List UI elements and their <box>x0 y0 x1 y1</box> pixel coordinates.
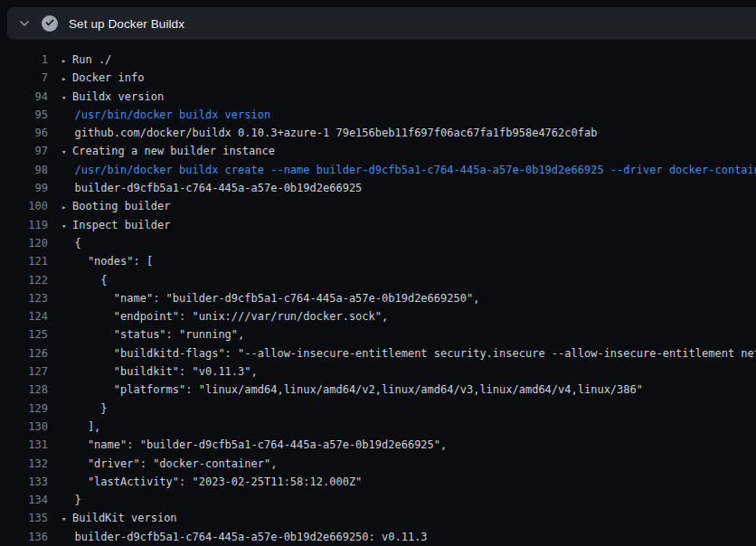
line-number[interactable]: 97 <box>0 142 48 160</box>
step-header[interactable]: Set up Docker Buildx <box>7 7 756 40</box>
expander-icon[interactable]: ▸ <box>61 70 72 87</box>
line-number[interactable]: 127 <box>0 362 48 381</box>
line-number[interactable]: 125 <box>0 325 48 344</box>
line-number[interactable]: 132 <box>0 455 48 473</box>
line-content: ▾BuildKit version <box>48 509 756 527</box>
group-label[interactable]: Inspect builder <box>72 219 170 231</box>
line-number[interactable]: 133 <box>0 473 48 491</box>
line-number[interactable]: 100 <box>0 197 48 215</box>
line-content: ], <box>48 418 756 436</box>
line-content: ▾Inspect builder <box>48 216 756 234</box>
log-line: 97 ▾Creating a new builder instance <box>0 142 756 160</box>
log-line: 121 "nodes": [ <box>0 252 756 270</box>
expander-icon[interactable]: ▸ <box>61 198 72 215</box>
chevron-down-icon[interactable] <box>18 17 31 30</box>
line-content: "lastActivity": "2023-02-25T11:58:12.000… <box>48 473 756 491</box>
line-content: ▾Buildx version <box>48 88 756 106</box>
log-line: 122 { <box>0 271 756 289</box>
line-number[interactable]: 122 <box>0 271 48 289</box>
line-content: } <box>48 400 756 418</box>
line-number[interactable]: 1 <box>0 51 48 69</box>
log-line: 134 } <box>0 491 756 509</box>
log-line: 99 builder-d9cfb5a1-c764-445a-a57e-0b19d… <box>0 179 756 197</box>
log-line: 128 "platforms": "linux/amd64,linux/amd6… <box>0 381 756 399</box>
group-label[interactable]: Creating a new builder instance <box>72 145 275 157</box>
line-content: { <box>48 271 756 289</box>
line-content: "status": "running", <box>48 325 756 344</box>
line-number[interactable]: 95 <box>0 106 48 124</box>
expander-icon[interactable]: ▾ <box>61 510 72 527</box>
log-line: 135 ▾BuildKit version <box>0 509 756 527</box>
line-content: } <box>48 491 756 509</box>
line-number[interactable]: 136 <box>0 528 48 546</box>
line-number[interactable]: 98 <box>0 161 48 179</box>
line-number[interactable]: 124 <box>0 307 48 325</box>
line-content: builder-d9cfb5a1-c764-445a-a57e-0b19d2e6… <box>48 528 756 546</box>
log-line: 126 "buildkitd-flags": "--allow-insecure… <box>0 344 756 362</box>
log-line: 131 "name": "builder-d9cfb5a1-c764-445a-… <box>0 436 756 454</box>
group-label[interactable]: Run ./ <box>72 53 111 66</box>
log-lines: 1 ▸Run ./ 7 ▸Docker info 94 ▾Buildx vers… <box>0 40 756 546</box>
log-line: 96 github.com/docker/buildx 0.10.3+azure… <box>0 124 756 142</box>
line-content: /usr/bin/docker buildx version <box>48 106 756 124</box>
line-number[interactable]: 130 <box>0 418 48 436</box>
group-label[interactable]: Booting builder <box>72 200 170 212</box>
line-content: "buildkitd-flags": "--allow-insecure-ent… <box>48 344 756 362</box>
line-number[interactable]: 126 <box>0 344 48 362</box>
line-number[interactable]: 128 <box>0 381 48 399</box>
log-line: 132 "driver": "docker-container", <box>0 455 756 473</box>
line-number[interactable]: 134 <box>0 491 48 509</box>
log-line: 123 "name": "builder-d9cfb5a1-c764-445a-… <box>0 289 756 307</box>
line-number[interactable]: 135 <box>0 509 48 527</box>
line-content: "driver": "docker-container", <box>48 455 756 473</box>
log-line: 127 "buildkit": "v0.11.3", <box>0 362 756 381</box>
log-line: 125 "status": "running", <box>0 325 756 344</box>
line-number[interactable]: 94 <box>0 88 48 106</box>
line-number[interactable]: 7 <box>0 69 48 87</box>
log-line: 100 ▸Booting builder <box>0 197 756 215</box>
line-content: { <box>48 234 756 252</box>
line-content: ▸Docker info <box>48 69 756 87</box>
line-content: builder-d9cfb5a1-c764-445a-a57e-0b19d2e6… <box>48 179 756 197</box>
line-content: /usr/bin/docker buildx create --name bui… <box>48 161 756 179</box>
log-line: 129 } <box>0 400 756 418</box>
group-label[interactable]: Docker info <box>72 71 144 84</box>
log-line: 98 /usr/bin/docker buildx create --name … <box>0 161 756 179</box>
line-content: "platforms": "linux/amd64,linux/amd64/v2… <box>48 381 756 399</box>
line-number[interactable]: 131 <box>0 436 48 454</box>
expander-icon[interactable]: ▾ <box>61 217 72 234</box>
log-line: 95 /usr/bin/docker buildx version <box>0 106 756 124</box>
line-number[interactable]: 119 <box>0 216 48 234</box>
expander-icon[interactable]: ▾ <box>61 143 72 160</box>
line-content: "nodes": [ <box>48 252 756 270</box>
log-line: 1 ▸Run ./ <box>0 51 756 69</box>
line-content: ▸Run ./ <box>48 51 756 69</box>
group-label[interactable]: Buildx version <box>72 90 164 103</box>
step-title: Set up Docker Buildx <box>69 17 184 31</box>
log-line: 120 { <box>0 234 756 252</box>
log-line: 133 "lastActivity": "2023-02-25T11:58:12… <box>0 473 756 491</box>
log-line: 119 ▾Inspect builder <box>0 216 756 234</box>
line-number[interactable]: 99 <box>0 179 48 197</box>
line-content: "name": "builder-d9cfb5a1-c764-445a-a57e… <box>48 289 756 307</box>
log-line: 130 ], <box>0 418 756 436</box>
line-number[interactable]: 129 <box>0 400 48 418</box>
log-line: 136 builder-d9cfb5a1-c764-445a-a57e-0b19… <box>0 528 756 546</box>
log-line: 7 ▸Docker info <box>0 69 756 87</box>
log-line: 124 "endpoint": "unix:///var/run/docker.… <box>0 307 756 325</box>
line-content: ▸Booting builder <box>48 197 756 215</box>
line-number[interactable]: 121 <box>0 252 48 270</box>
line-number[interactable]: 120 <box>0 234 48 252</box>
line-content: ▾Creating a new builder instance <box>48 142 756 160</box>
line-content: "buildkit": "v0.11.3", <box>48 362 756 381</box>
line-content: github.com/docker/buildx 0.10.3+azure-1 … <box>48 124 756 142</box>
expander-icon[interactable]: ▸ <box>61 52 72 69</box>
line-number[interactable]: 123 <box>0 289 48 307</box>
line-content: "name": "builder-d9cfb5a1-c764-445a-a57e… <box>48 436 756 454</box>
expander-icon[interactable]: ▾ <box>61 89 72 106</box>
log-line: 94 ▾Buildx version <box>0 88 756 106</box>
check-circle-icon <box>42 15 58 32</box>
line-content: "endpoint": "unix:///var/run/docker.sock… <box>48 307 756 325</box>
group-label[interactable]: BuildKit version <box>72 512 177 524</box>
line-number[interactable]: 96 <box>0 124 48 142</box>
